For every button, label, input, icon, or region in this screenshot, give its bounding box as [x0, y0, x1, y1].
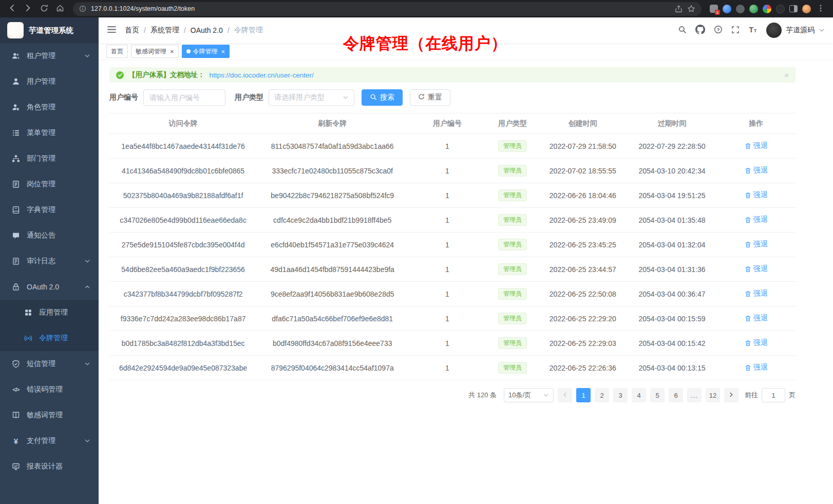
bookmark-star-icon[interactable]	[687, 5, 695, 13]
user-type-select[interactable]: 请选择用户类型	[269, 89, 354, 106]
page-button-6[interactable]: 6	[669, 388, 683, 402]
close-icon[interactable]: ×	[170, 48, 174, 55]
sidebar-item-敏感词管理[interactable]: 敏感词管理	[0, 402, 99, 428]
expire-time-cell: 2022-07-29 22:28:50	[628, 134, 717, 159]
sidebar-item-租户管理[interactable]: 租户管理	[0, 43, 99, 69]
user-id-input[interactable]	[143, 89, 225, 106]
extension-gray-icon[interactable]	[736, 5, 745, 13]
close-icon[interactable]: ×	[221, 48, 225, 55]
chevron-left-icon	[562, 392, 568, 399]
user-type-badge: 管理员	[498, 362, 527, 374]
extension-green-icon[interactable]	[749, 5, 758, 13]
goto-page-input[interactable]	[762, 388, 785, 402]
home-button[interactable]	[53, 2, 67, 16]
extension-badged-icon[interactable]: 6	[710, 5, 718, 13]
reset-button[interactable]: 重置	[410, 89, 450, 106]
force-logout-button[interactable]: 强退	[745, 166, 768, 175]
help-button[interactable]: ?	[714, 25, 723, 35]
force-logout-button[interactable]: 强退	[745, 289, 768, 298]
sidebar-item-报表设计器[interactable]: 报表设计器	[0, 454, 99, 479]
app-logo-row[interactable]: 芋道管理系统	[0, 17, 99, 43]
sidebar-item-OAuth-2.0[interactable]: OAuth 2.0	[0, 274, 99, 300]
browser-chrome: 127.0.0.1:1024/system/oauth2/token 6	[0, 0, 833, 17]
created-time-cell: 2022-06-25 22:26:36	[538, 356, 628, 380]
page-button-1[interactable]: 1	[576, 388, 591, 402]
alert-close-icon[interactable]: ×	[784, 71, 789, 79]
force-logout-button[interactable]: 强退	[745, 264, 768, 274]
force-logout-button[interactable]: 强退	[745, 338, 768, 347]
sidebar-item-短信管理[interactable]: 短信管理	[0, 351, 99, 377]
search-button[interactable]	[678, 25, 687, 35]
extension-blue-icon[interactable]	[723, 5, 731, 13]
extension-multicolor-icon[interactable]	[763, 5, 771, 13]
expire-time-cell: 2054-03-04 00:36:47	[628, 282, 717, 306]
tab-敏感词管理[interactable]: 敏感词管理×	[131, 45, 179, 58]
prev-page-button[interactable]	[558, 388, 572, 402]
breadcrumb-item[interactable]: 系统管理	[150, 26, 179, 35]
force-logout-button[interactable]: 强退	[745, 314, 768, 323]
audit-icon	[12, 257, 20, 265]
tab-首页[interactable]: 首页	[106, 45, 128, 58]
sidebar-item-令牌管理[interactable]: 令牌管理	[0, 325, 99, 351]
tab-令牌管理[interactable]: 令牌管理×	[182, 45, 230, 58]
force-logout-button[interactable]: 强退	[745, 141, 768, 150]
pagination-ellipsis[interactable]: ...	[687, 388, 702, 402]
sidebar-item-错误码管理[interactable]: </>错误码管理	[0, 377, 99, 402]
goto-label: 前往	[745, 391, 758, 400]
refresh-token-cell: 8796295f04064c2983414cc54af1097a	[257, 356, 408, 380]
success-check-icon	[116, 71, 124, 79]
sidebar-item-支付管理[interactable]: ¥支付管理	[0, 428, 99, 454]
reload-button[interactable]	[37, 2, 51, 16]
page-size-select[interactable]: 10条/页	[504, 388, 554, 402]
sidebar-item-label: 报表设计器	[27, 462, 63, 471]
sidebar-item-用户管理[interactable]: 用户管理	[0, 69, 99, 94]
next-page-button[interactable]	[724, 388, 739, 402]
share-icon[interactable]	[675, 5, 683, 13]
sidebar-item-岗位管理[interactable]: 岗位管理	[0, 171, 99, 197]
extension-dark-icon[interactable]	[776, 5, 785, 13]
expire-time-cell: 2054-03-04 00:13:15	[628, 356, 717, 380]
refresh-token-cell: b0df4980ffd34c67a08f9156e4eee733	[257, 331, 408, 356]
table-row: f9336e7c7dd242a283ee98dc86b17a87dfa6c71a…	[109, 306, 796, 331]
user-id-cell: 1	[408, 257, 487, 282]
browser-menu-button[interactable]	[816, 2, 826, 16]
sidebar-item-字典管理[interactable]: 字典管理	[0, 197, 99, 223]
force-logout-button[interactable]: 强退	[745, 363, 768, 372]
sidebar-item-部门管理[interactable]: 部门管理	[0, 146, 99, 171]
user-id-cell: 1	[408, 331, 487, 356]
table-row: c347026e805e4d99b0d116eae66eda8ccdfc4ce9…	[109, 208, 796, 232]
search-button-filter[interactable]: 搜索	[362, 89, 403, 106]
reading-mode-icon[interactable]	[789, 5, 798, 12]
trash-icon	[745, 340, 751, 346]
reload-icon	[40, 4, 48, 14]
github-button[interactable]	[695, 25, 705, 36]
page-button-5[interactable]: 5	[650, 388, 665, 402]
sidebar-item-应用管理[interactable]: 应用管理	[0, 300, 99, 325]
sidebar-item-通知公告[interactable]: 通知公告	[0, 223, 99, 248]
page-button-3[interactable]: 3	[613, 388, 628, 402]
site-info-icon[interactable]	[79, 5, 86, 12]
sidebar-item-审计日志[interactable]: 审计日志	[0, 248, 99, 274]
sidebar-item-label: 错误码管理	[27, 385, 63, 394]
sidebar-item-菜单管理[interactable]: 菜单管理	[0, 120, 99, 146]
role-icon	[12, 103, 20, 111]
page-button-4[interactable]: 4	[632, 388, 646, 402]
force-logout-button[interactable]: 强退	[745, 215, 768, 224]
page-button-12[interactable]: 12	[706, 388, 720, 402]
breadcrumb-item[interactable]: OAuth 2.0	[191, 26, 223, 34]
font-size-button[interactable]: TT	[748, 26, 758, 35]
extensions-area: 6	[708, 2, 828, 16]
forward-button[interactable]	[21, 2, 35, 16]
fullscreen-button[interactable]	[731, 26, 740, 35]
breadcrumb-item[interactable]: 首页	[125, 26, 139, 35]
doc-link[interactable]: https://doc.iocoder.cn/user-center/	[210, 71, 314, 79]
address-bar[interactable]: 127.0.0.1:1024/system/oauth2/token	[73, 2, 702, 16]
browser-profile-avatar[interactable]	[802, 5, 811, 13]
back-button[interactable]	[5, 2, 19, 16]
user-menu[interactable]: 芋道源码	[766, 23, 825, 38]
sidebar-item-角色管理[interactable]: 角色管理	[0, 94, 99, 120]
page-button-2[interactable]: 2	[595, 388, 609, 402]
force-logout-button[interactable]: 强退	[745, 240, 768, 249]
sidebar-toggle-button[interactable]	[107, 25, 117, 35]
force-logout-button[interactable]: 强退	[745, 190, 768, 200]
